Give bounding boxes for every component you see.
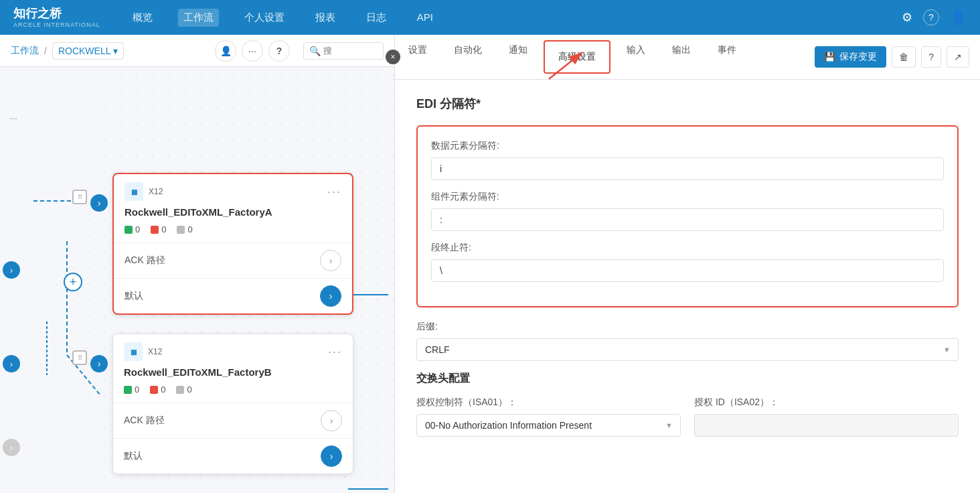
breadcrumb-dropdown[interactable]: ROCKWELL ▾ — [52, 42, 125, 60]
chevron-down-icon: ▾ — [113, 46, 118, 56]
isa01-select-wrapper: 00-No Authorization Information Present … — [416, 414, 681, 437]
left-panel: 工作流 / ROCKWELL ▾ 👤 ··· ? 🔍 — [0, 35, 395, 493]
question-btn[interactable]: ? — [268, 40, 290, 62]
user-icon[interactable]: 👤 — [950, 9, 967, 25]
save-btn-label: 保存变更 — [839, 51, 877, 63]
node1-type-icon: ▦ — [131, 188, 137, 196]
node1-stat-red: 0 — [151, 224, 166, 234]
node1-ack-label: ACK 路径 — [125, 255, 320, 267]
breadcrumb-bar: 工作流 / ROCKWELL ▾ 👤 ··· ? 🔍 — [0, 35, 394, 67]
field-isa01-label: 授权控制符（ISA01）： — [416, 397, 681, 409]
logo-sub: ARCELE INTERNATIONAL — [13, 21, 100, 28]
gear-icon[interactable]: ⚙ — [902, 10, 912, 25]
isa01-select[interactable]: 00-No Authorization Information Present … — [416, 414, 681, 437]
rp-content: EDI 分隔符* 数据元素分隔符: 组件元素分隔符: 段终止符: — [395, 80, 980, 493]
node2-ack-label: ACK 路径 — [124, 415, 321, 427]
help-icon[interactable]: ? — [923, 9, 939, 25]
field-suffix: 后缀: CRLF LF CR None — [416, 321, 959, 361]
node2-stats: 0 0 0 — [113, 384, 353, 403]
grid-connector[interactable]: ⠿ — [72, 190, 87, 204]
field-segment-terminator-label: 段终止符: — [431, 242, 944, 254]
red-dot — [151, 226, 159, 234]
expand-left-btn2[interactable]: › — [3, 355, 20, 372]
node1-red-count: 0 — [161, 224, 166, 234]
node1-stat-green: 0 — [125, 224, 140, 234]
green-dot — [125, 226, 133, 234]
node2-stat-red: 0 — [150, 384, 165, 395]
sidebar-dots-top[interactable]: ··· — [3, 107, 24, 129]
node2-title: Rockwell_EDIToXML_FactoryB — [113, 366, 353, 384]
node2-stat-gray: 0 — [176, 384, 191, 395]
close-panel-btn[interactable]: × — [386, 50, 400, 64]
rp-actions: 💾 保存变更 🗑 ? ↗ — [804, 46, 980, 68]
nav-api[interactable]: API — [412, 9, 438, 27]
node2-stat-green: 0 — [124, 384, 139, 395]
field-data-element: 数据元素分隔符: — [431, 140, 944, 180]
save-btn[interactable]: 💾 保存变更 — [815, 46, 886, 68]
tab-event[interactable]: 事件 — [704, 35, 750, 79]
exchange-header-title: 交换头配置 — [416, 372, 959, 386]
node-card-2: ▦ X12 ··· Rockwell_EDIToXML_FactoryB 0 — [112, 334, 353, 474]
field-isa02-label: 授权 ID（ISA02）： — [694, 397, 959, 409]
node-card-1: ▦ X12 ··· Rockwell_EDIToXML_FactoryA 0 — [112, 173, 353, 315]
tab-output[interactable]: 输出 — [659, 35, 704, 79]
red-dot2 — [150, 386, 158, 394]
nav-overview[interactable]: 概览 — [127, 9, 158, 27]
tab-input[interactable]: 输入 — [613, 35, 659, 79]
edi-separators-section: 数据元素分隔符: 组件元素分隔符: 段终止符: — [416, 125, 959, 307]
node1-title: Rockwell_EDIToXML_FactoryA — [114, 206, 352, 224]
collapse-left-btn[interactable]: › — [3, 439, 20, 456]
section-title: EDI 分隔符* — [416, 96, 959, 112]
field-component-element-input[interactable] — [431, 208, 944, 231]
search-input[interactable] — [323, 46, 377, 56]
nav-settings[interactable]: 个人设置 — [239, 9, 290, 27]
exchange-header-fields: 授权控制符（ISA01）： 00-No Authorization Inform… — [416, 397, 959, 447]
field-data-element-input[interactable] — [431, 157, 944, 180]
node1-gray-count: 0 — [187, 224, 192, 234]
canvas-area: ··· › › › ··· ⠿ — [0, 67, 394, 493]
save-icon: 💾 — [824, 52, 835, 62]
top-nav: 知行之桥 ARCELE INTERNATIONAL 概览 工作流 个人设置 报表… — [0, 0, 980, 35]
tab-advanced[interactable]: 高级设置 — [544, 40, 610, 74]
nav-right: ⚙ ? 👤 — [902, 9, 967, 25]
tab-notification[interactable]: 通知 — [495, 35, 541, 79]
user-btn[interactable]: 👤 — [215, 40, 236, 62]
node1-menu[interactable]: ··· — [327, 185, 341, 199]
node2-gray-count: 0 — [187, 384, 191, 395]
suffix-select[interactable]: CRLF LF CR None — [416, 338, 959, 361]
add-node-btn[interactable]: + — [64, 273, 82, 291]
gray-dot — [177, 226, 185, 234]
right-panel: × 设置 自动化 通知 高级设置 输入 输出 事件 💾 保存变更 🗑 ? ↗ — [395, 35, 980, 493]
node1-stats: 0 0 0 — [114, 224, 352, 242]
node2-type-icon: ▦ — [131, 348, 137, 356]
node2-green-count: 0 — [135, 384, 139, 395]
node1-icon: ▦ — [125, 182, 143, 201]
search-icon: 🔍 — [309, 46, 321, 56]
node2-menu[interactable]: ··· — [328, 345, 342, 359]
external-link-btn[interactable]: ↗ — [947, 46, 969, 68]
more-btn[interactable]: ··· — [242, 40, 263, 62]
node1-default-btn[interactable]: › — [320, 285, 341, 307]
nav-logs[interactable]: 日志 — [361, 9, 392, 27]
expand-left-btn[interactable]: › — [3, 261, 20, 279]
tab-automation[interactable]: 自动化 — [440, 35, 495, 79]
field-component-element: 组件元素分隔符: — [431, 191, 944, 231]
field-isa02: 授权 ID（ISA02）： — [694, 397, 959, 437]
node2-ack-btn[interactable]: › — [321, 410, 342, 431]
logo-main: 知行之桥 — [13, 7, 100, 21]
rp-header: × 设置 自动化 通知 高级设置 输入 输出 事件 💾 保存变更 🗑 ? ↗ — [395, 35, 980, 80]
gray-dot2 — [176, 386, 184, 394]
node2-default-btn[interactable]: › — [321, 445, 342, 467]
breadcrumb-root[interactable]: 工作流 — [11, 45, 39, 57]
field-component-element-label: 组件元素分隔符: — [431, 191, 944, 203]
field-segment-terminator-input[interactable] — [431, 259, 944, 282]
help-btn[interactable]: ? — [921, 46, 941, 68]
tab-settings[interactable]: 设置 — [395, 35, 440, 79]
node1-ack-btn[interactable]: › — [320, 250, 341, 271]
nav-workflow[interactable]: 工作流 — [178, 9, 219, 27]
field-isa02-input[interactable] — [694, 414, 959, 437]
delete-btn[interactable]: 🗑 — [892, 46, 916, 68]
node1-default-label: 默认 — [125, 290, 320, 302]
grid-connector2[interactable]: ⠿ — [72, 350, 87, 365]
nav-reports[interactable]: 报表 — [310, 9, 341, 27]
